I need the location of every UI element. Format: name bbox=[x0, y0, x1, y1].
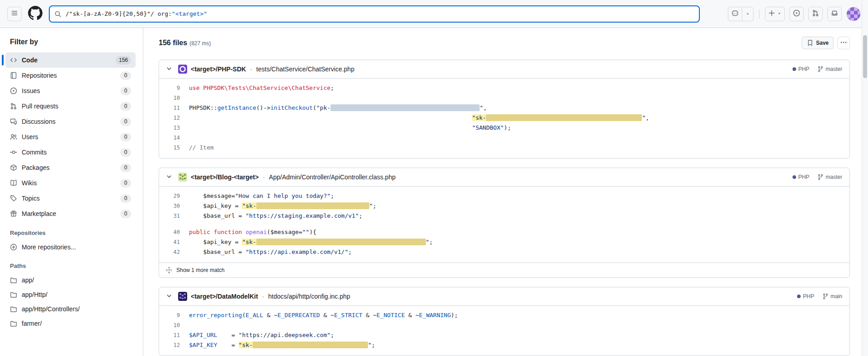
inbox-button[interactable] bbox=[827, 7, 842, 21]
search-icon bbox=[54, 10, 61, 18]
code-line: 41 $api_key = "sk-"; bbox=[159, 237, 849, 247]
create-new-button[interactable] bbox=[765, 7, 785, 21]
branch-icon bbox=[817, 174, 824, 180]
issue-icon bbox=[10, 87, 17, 94]
global-search-input[interactable]: /"sk-[a-zA-Z0-9]{20,50}"/ org:"<target>" bbox=[49, 5, 700, 23]
save-search-button[interactable]: Save bbox=[802, 37, 834, 49]
line-number[interactable]: 10 bbox=[159, 320, 180, 330]
result-count-badge: 0 bbox=[120, 164, 131, 172]
code-text: $api_key = "sk-"; bbox=[180, 237, 433, 247]
sidebar-item-users[interactable]: Users0 bbox=[5, 129, 136, 145]
users-icon bbox=[10, 133, 17, 141]
user-avatar-image bbox=[847, 7, 860, 21]
code-text: // Item bbox=[180, 143, 214, 153]
code-text: $API_KEY = "sk-"; bbox=[180, 340, 375, 350]
repositories-section-heading: Repositories bbox=[10, 230, 131, 236]
paths-section-heading: Paths bbox=[10, 262, 131, 269]
result-count-badge: 0 bbox=[120, 117, 131, 126]
code-text: "sk-", bbox=[180, 113, 649, 123]
line-number[interactable]: 29 bbox=[159, 191, 180, 201]
code-line: 12 "sk-", bbox=[159, 113, 849, 123]
line-number[interactable]: 13 bbox=[159, 123, 180, 133]
collapse-card-button[interactable] bbox=[164, 64, 175, 75]
sidebar-item-discussions[interactable]: Discussions0 bbox=[5, 114, 136, 129]
code-line: 10 bbox=[159, 320, 849, 330]
code-text: $api_key = "sk-"; bbox=[180, 201, 376, 211]
redacted-secret bbox=[486, 114, 642, 121]
sidebar-item-marketplace[interactable]: Marketplace0 bbox=[5, 206, 136, 221]
result-card-header: <target>/PHP-SDK·tests/ChatService/ChatS… bbox=[159, 60, 849, 79]
code-text: $base_url = "https://api.example.com/v1/… bbox=[180, 247, 352, 257]
collapse-card-button[interactable] bbox=[164, 291, 175, 302]
repo-icon bbox=[10, 72, 17, 79]
sidebar-item-issues[interactable]: Issues0 bbox=[5, 83, 136, 98]
search-query-qualifier: org: bbox=[158, 10, 172, 17]
copilot-menu-caret[interactable] bbox=[742, 7, 753, 21]
path-filter-item[interactable]: app/Http/ bbox=[5, 287, 136, 302]
sidebar-item-pull-requests[interactable]: Pull requests0 bbox=[5, 98, 136, 114]
sidebar-item-wikis[interactable]: Wikis0 bbox=[5, 175, 136, 191]
chevron-down-icon bbox=[165, 173, 173, 182]
sidebar-item-code[interactable]: Code156 bbox=[5, 52, 136, 68]
collapse-card-button[interactable] bbox=[164, 172, 175, 183]
discussions-icon bbox=[10, 118, 17, 125]
issues-button[interactable] bbox=[789, 7, 804, 21]
chevron-down-icon bbox=[165, 65, 173, 74]
sidebar-item-label: Issues bbox=[22, 87, 40, 94]
language-dot bbox=[793, 67, 796, 71]
repo-name-link[interactable]: <target>/DataModelKit bbox=[191, 293, 258, 300]
path-label: app/ bbox=[22, 276, 34, 284]
repo-name-link[interactable]: <target>/Blog-<target> bbox=[191, 173, 259, 181]
branch-icon bbox=[822, 293, 829, 300]
line-number[interactable]: 12 bbox=[159, 340, 180, 350]
github-logo[interactable] bbox=[28, 6, 42, 22]
hamburger-menu-button[interactable] bbox=[7, 7, 22, 21]
result-count-badge: 0 bbox=[120, 87, 131, 95]
file-path-link[interactable]: App/Admin/Controller/ApiController.class… bbox=[269, 173, 396, 181]
branch-indicator: master bbox=[817, 66, 842, 72]
card-meta: PHPmaster bbox=[793, 174, 842, 180]
path-filter-item[interactable]: farmer/ bbox=[5, 316, 136, 331]
line-number[interactable]: 30 bbox=[159, 201, 180, 211]
file-path-link[interactable]: tests/ChatService/ChatService.php bbox=[256, 66, 354, 73]
scrollbar-thumb[interactable] bbox=[863, 35, 867, 78]
show-more-matches-button[interactable]: Show 1 more match bbox=[159, 262, 849, 277]
paths-list: app/app/Http/app/Http/Controllers/farmer… bbox=[5, 273, 136, 331]
line-number[interactable]: 11 bbox=[159, 330, 180, 340]
file-path-link[interactable]: htdocs/api/http/config.inc.php bbox=[268, 293, 350, 300]
more-options-button[interactable] bbox=[837, 37, 850, 49]
page-scrollbar[interactable] bbox=[862, 0, 868, 356]
line-number[interactable]: 9 bbox=[159, 310, 180, 320]
line-number[interactable]: 12 bbox=[159, 113, 180, 123]
sidebar-item-label: Users bbox=[22, 133, 38, 141]
path-filter-item[interactable]: app/ bbox=[5, 273, 136, 287]
pull-requests-button[interactable] bbox=[808, 7, 823, 21]
line-number[interactable]: 10 bbox=[159, 93, 180, 103]
line-number[interactable]: 31 bbox=[159, 211, 180, 221]
branch-icon bbox=[817, 66, 824, 72]
plus-icon bbox=[768, 9, 775, 18]
user-avatar[interactable] bbox=[846, 7, 861, 21]
line-number[interactable]: 40 bbox=[159, 227, 180, 237]
line-number[interactable]: 9 bbox=[159, 83, 180, 93]
sidebar-item-commits[interactable]: Commits0 bbox=[5, 145, 136, 160]
line-number[interactable]: 42 bbox=[159, 247, 180, 257]
repo-name-link[interactable]: <target>/PHP-SDK bbox=[191, 66, 246, 73]
sidebar-item-packages[interactable]: Packages0 bbox=[5, 160, 136, 175]
unfold-icon bbox=[165, 267, 173, 274]
repositories-section: Repositories More repositories... bbox=[5, 230, 136, 254]
paths-section: Paths app/app/Http/app/Http/Controllers/… bbox=[5, 262, 136, 331]
sidebar-item-repositories[interactable]: Repositories0 bbox=[5, 68, 136, 83]
sidebar-item-label: Topics bbox=[22, 195, 40, 202]
path-filter-item[interactable]: app/Http/Controllers/ bbox=[5, 302, 136, 316]
code-line: 12$API_KEY = "sk-"; bbox=[159, 340, 849, 350]
line-number[interactable]: 14 bbox=[159, 133, 180, 143]
copilot-button[interactable] bbox=[728, 7, 754, 21]
more-repositories-link[interactable]: More repositories... bbox=[5, 240, 136, 254]
sidebar-item-topics[interactable]: Topics0 bbox=[5, 191, 136, 206]
line-number[interactable]: 15 bbox=[159, 143, 180, 153]
tag-icon bbox=[10, 195, 17, 202]
branch-indicator: master bbox=[817, 174, 842, 180]
line-number[interactable]: 41 bbox=[159, 237, 180, 247]
line-number[interactable]: 11 bbox=[159, 103, 180, 113]
